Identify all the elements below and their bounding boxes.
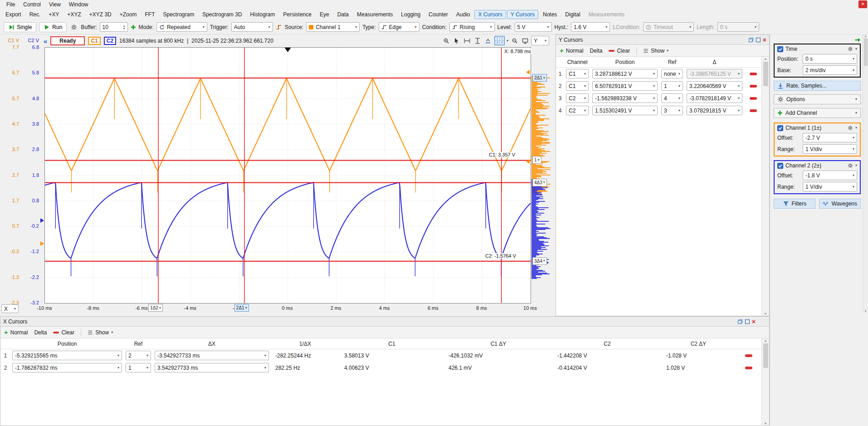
y-channel-select[interactable]: C2▾ [566, 93, 589, 103]
y-delta-input[interactable]: 3.220640569 V▾ [687, 81, 742, 91]
channel1-gear-icon[interactable] [848, 125, 853, 131]
type-select[interactable]: Edge▾ [379, 22, 419, 32]
single-button[interactable]: Single [4, 22, 36, 32]
y-position-input[interactable]: -1.5629893238 V▾ [592, 93, 658, 103]
x-cursor-marker[interactable]: 2Δ1▾ [234, 304, 249, 312]
channel1-offset-select[interactable]: -2.7 V▾ [803, 133, 857, 142]
y-position-input[interactable]: 1.515302491 V▾ [592, 106, 658, 115]
x-clear-button[interactable]: Clear [53, 329, 74, 336]
tab-rec-[interactable]: Rec. [26, 10, 44, 19]
quad-view-dropdown-icon[interactable]: ▾ [507, 39, 508, 43]
fit-width-icon[interactable] [463, 36, 472, 45]
time-checkbox[interactable] [777, 46, 783, 52]
display-settings-icon[interactable] [521, 36, 529, 45]
x-delta-input[interactable]: 3.542927733 ms▾ [155, 363, 269, 372]
y-scale-select[interactable]: Y▾ [531, 36, 549, 45]
x-position-input[interactable]: -5.329215565 ms▾ [12, 351, 122, 360]
trigger-select[interactable]: Auto▾ [231, 22, 273, 32]
settings-scrollbar[interactable]: ▴▾ [863, 34, 868, 313]
tab-measurements[interactable]: Measurements [585, 10, 628, 19]
channel2-range-select[interactable]: 1 V/div▾ [803, 182, 857, 191]
x-panel-scrollbar[interactable]: ▴▾ [761, 338, 769, 426]
tab--zoom[interactable]: +Zoom [116, 10, 141, 19]
channel2-checkbox[interactable] [777, 163, 783, 169]
x-delta-button[interactable]: Delta [34, 329, 47, 336]
source-select[interactable]: Channel 1▾ [306, 22, 360, 32]
channel2-offset-select[interactable]: -1.8 V▾ [803, 171, 857, 180]
remove-cursor-button[interactable] [745, 367, 752, 369]
remove-cursor-button[interactable] [750, 73, 757, 75]
time-gear-dropdown-icon[interactable]: ▾ [855, 47, 857, 51]
x-add-normal-button[interactable]: +Normal [4, 329, 28, 336]
x-show-button[interactable]: Show▾ [88, 329, 113, 336]
tab-logging[interactable]: Logging [397, 10, 424, 19]
buffer-spin-arrows[interactable]: ▴▾ [123, 24, 125, 30]
channel1-range-select[interactable]: 1 V/div▾ [803, 144, 857, 154]
y-delta-button[interactable]: Delta [590, 48, 602, 54]
x-position-input[interactable]: -1.786287832 ms▾ [12, 363, 122, 372]
tab-notes[interactable]: Notes [539, 10, 561, 19]
tab-data[interactable]: Data [334, 10, 352, 19]
hysteresis-select[interactable]: 1.6 V▾ [571, 22, 610, 32]
time-position-select[interactable]: 0 s▾ [803, 54, 857, 64]
tab--xyz-3d[interactable]: +XYZ 3D [86, 10, 115, 19]
tab-y-cursors[interactable]: Y Cursors [507, 10, 538, 19]
options-button[interactable]: Options▾ [774, 94, 861, 104]
y-position-input[interactable]: 6.507829181 V▾ [592, 81, 658, 91]
wavegens-button[interactable]: Wavegens [819, 199, 861, 209]
acquisition-gear-icon[interactable] [69, 23, 78, 31]
channel2-gear-icon[interactable] [848, 163, 853, 168]
align-bottom-icon[interactable] [484, 36, 493, 45]
channel1-gear-dropdown-icon[interactable]: ▾ [855, 126, 857, 130]
maximize-panel-icon[interactable] [745, 319, 750, 324]
tab-fft[interactable]: FFT [141, 10, 158, 19]
remove-cursor-button[interactable] [750, 109, 757, 112]
y-cursor-marker[interactable]: 1▾ [532, 156, 541, 164]
menu-window[interactable]: Window [65, 1, 92, 8]
menu-view[interactable]: View [45, 1, 64, 8]
y-cursor-marker[interactable]: 3Δ4▾ [532, 257, 547, 265]
tab-x-cursors[interactable]: X Cursors [474, 10, 506, 19]
tab-persistence[interactable]: Persistence [279, 10, 315, 19]
collapse-left-icon[interactable]: « [44, 37, 47, 45]
waveform-plot[interactable] [44, 47, 531, 304]
x-delta-input[interactable]: -3.542927733 ms▾ [155, 351, 269, 360]
scroll-down-icon[interactable]: ▾ [765, 421, 766, 426]
mode-select[interactable]: Repeated▾ [156, 22, 207, 32]
y-delta-input[interactable]: -3.0782918149 V▾ [687, 93, 742, 103]
y-ref-select[interactable]: 3▾ [661, 106, 683, 115]
tab-measurements[interactable]: Measurements [353, 10, 396, 19]
close-panel-icon[interactable]: × [752, 319, 756, 324]
y-ref-select[interactable]: 4▾ [661, 93, 683, 103]
x-cursor-marker[interactable]: 1Δ2▾ [148, 304, 163, 312]
scroll-thumb[interactable] [864, 39, 868, 66]
y-show-button[interactable]: Show▾ [643, 48, 668, 54]
x-scale-select[interactable]: X▾ [1, 304, 19, 313]
condition-select[interactable]: Rising▾ [449, 22, 495, 32]
scroll-up-icon[interactable]: ▴ [765, 57, 766, 61]
tab--xy[interactable]: +XY [45, 10, 63, 19]
channel2-toggle[interactable]: C2 [104, 37, 116, 45]
filters-button[interactable]: Filters [774, 199, 815, 209]
c2-offset-marker-icon[interactable] [40, 218, 44, 223]
tab-digital[interactable]: Digital [561, 10, 584, 19]
scroll-thumb[interactable] [763, 343, 768, 368]
window-close-button[interactable]: × [858, 0, 867, 8]
x-panel-titlebar[interactable]: X Cursors × [0, 317, 769, 327]
add-mode-icon[interactable] [131, 24, 136, 30]
y-panel-titlebar[interactable]: Y Cursors × [556, 35, 769, 45]
tab-spectrogram-3d[interactable]: Spectrogram 3D [199, 10, 245, 19]
time-base-select[interactable]: 2 ms/div▾ [803, 65, 857, 75]
scroll-down-icon[interactable]: ▾ [765, 312, 766, 316]
expand-right-icon[interactable] [854, 37, 861, 43]
tab-histogram[interactable]: Histogram [247, 10, 279, 19]
channel1-checkbox[interactable] [777, 125, 783, 131]
scroll-up-icon[interactable]: ▴ [865, 34, 867, 38]
scroll-up-icon[interactable]: ▴ [765, 338, 766, 343]
remove-cursor-button[interactable] [750, 97, 757, 100]
rate-samples-button[interactable]: Rate, Samples... [774, 81, 861, 91]
float-panel-icon[interactable] [748, 37, 754, 43]
level-select[interactable]: 5 V▾ [515, 22, 552, 32]
channel1-toggle[interactable]: C1 [88, 37, 100, 45]
tab-spectrogram[interactable]: Spectrogram [159, 10, 198, 19]
